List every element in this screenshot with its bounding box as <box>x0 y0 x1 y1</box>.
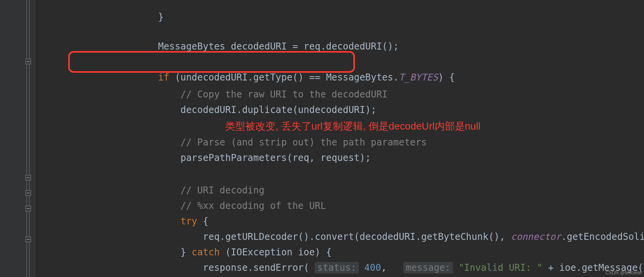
indent <box>69 262 203 273</box>
brace: } <box>158 12 164 22</box>
string-literal: "Invalid URI: " <box>458 262 542 273</box>
indent <box>69 152 181 163</box>
code-text <box>453 262 458 273</box>
fold-toggle-icon[interactable] <box>26 237 31 242</box>
code-area[interactable]: } MessageBytes decodedURI = req.decodedU… <box>35 0 644 277</box>
code-text: response.sendError( <box>203 262 315 273</box>
watermark: CSDN @brucelwl <box>605 270 642 275</box>
constant: T_BYTES <box>399 72 438 83</box>
fold-guide <box>29 0 30 277</box>
field: connector <box>511 231 561 242</box>
number-literal: 400 <box>359 262 381 273</box>
fold-guide-2 <box>26 0 27 277</box>
code-text: parsePathParameters(req, request); <box>181 152 371 163</box>
code-text: , <box>381 262 403 273</box>
code-editor[interactable]: } MessageBytes decodedURI = req.decodedU… <box>0 0 644 277</box>
fold-toggle-icon[interactable] <box>26 175 31 180</box>
fold-toggle-icon[interactable] <box>26 190 31 196</box>
fold-toggle-icon[interactable] <box>26 59 31 64</box>
code-text: ) { <box>438 72 455 83</box>
fold-toggle-icon[interactable] <box>26 206 31 211</box>
param-hint-message: message: <box>403 262 453 274</box>
param-hint-status: status: <box>315 262 358 274</box>
code-line: response.sendError( status: 400, message… <box>35 245 644 277</box>
gutter <box>0 0 35 277</box>
code-text: .getEncodedSolidusH <box>561 231 644 242</box>
indent <box>69 41 158 52</box>
code-text: MessageBytes decodedURI = req.decodedURI… <box>158 41 399 52</box>
brace <box>69 12 158 22</box>
